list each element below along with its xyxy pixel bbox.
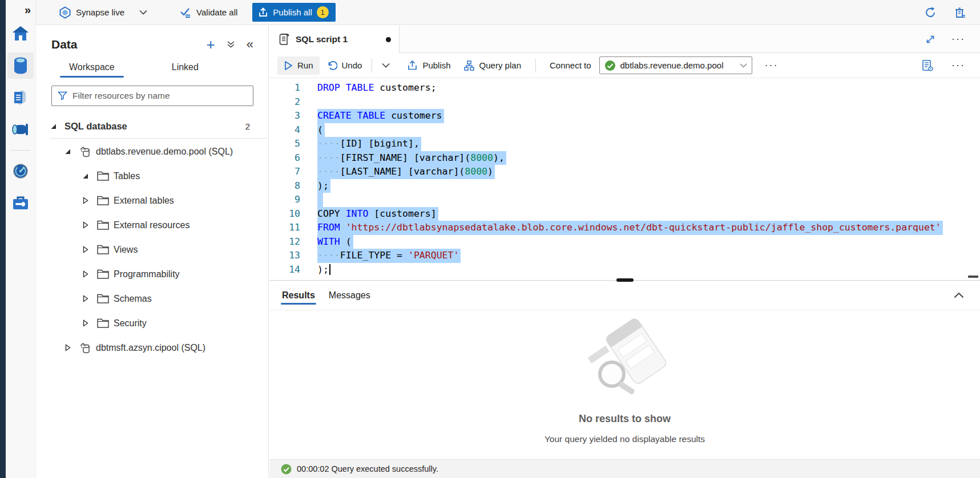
code-line[interactable]: 2: [269, 95, 980, 110]
code-line[interactable]: 12WITH (: [269, 235, 980, 249]
tree-item[interactable]: Programmability: [36, 262, 268, 286]
publish-all-button[interactable]: Publish all 1: [252, 3, 335, 22]
code-line-text: ····FILE_TYPE = 'PARQUET': [317, 249, 461, 263]
collapse-panel-icon[interactable]: «: [247, 37, 253, 52]
publish-count-badge: 1: [317, 6, 329, 18]
filter-resources-input[interactable]: [72, 91, 247, 101]
code-line-text: FROM 'https://dbtlabsynapsedatalake.blob…: [317, 221, 943, 235]
add-icon[interactable]: +: [207, 37, 215, 52]
sidebar-item-monitor[interactable]: [7, 158, 34, 184]
develop-icon: [12, 88, 29, 107]
scrollbar-thumb[interactable]: [968, 276, 978, 278]
undo-dropdown-button[interactable]: [376, 59, 396, 72]
tree-item[interactable]: dbtlabs.revenue.demo.pool (SQL): [36, 139, 268, 164]
properties-icon[interactable]: [921, 59, 934, 72]
tree-item-label: Views: [114, 245, 138, 255]
code-line-text: [317, 193, 323, 207]
tab-messages[interactable]: Messages: [322, 282, 377, 309]
toolbar-more-icon[interactable]: ···: [765, 59, 779, 71]
tree-item[interactable]: dbtmsft.azsyn.cipool (SQL): [36, 335, 268, 360]
collapse-all-icon[interactable]: [227, 40, 235, 48]
sidebar-item-manage[interactable]: [7, 190, 34, 216]
sidebar-item-integrate[interactable]: [7, 116, 34, 143]
results-empty-state: No results to show Your query yielded no…: [269, 310, 980, 459]
filter-icon: [58, 91, 67, 100]
tab-workspace[interactable]: Workspace: [68, 58, 116, 78]
empty-results-title: No results to show: [579, 413, 671, 425]
code-line[interactable]: 9: [269, 193, 980, 207]
tab-more-icon[interactable]: ···: [951, 33, 965, 45]
publish-button[interactable]: Publish: [401, 56, 457, 75]
publish-icon: [407, 60, 418, 71]
line-number: 10: [269, 207, 300, 221]
refresh-icon[interactable]: [924, 6, 937, 19]
query-plan-label: Query plan: [479, 60, 521, 70]
tree-item[interactable]: External resources: [36, 213, 268, 237]
filter-resources-field[interactable]: [51, 86, 253, 106]
code-line-text: WITH (: [317, 235, 353, 249]
discard-all-icon[interactable]: [954, 6, 966, 19]
chevron-up-icon[interactable]: [954, 292, 980, 298]
sidebar-item-home[interactable]: [7, 21, 34, 47]
tree-item[interactable]: Security: [36, 311, 268, 335]
sidebar-item-develop[interactable]: [7, 84, 34, 111]
double-chevron-right-icon[interactable]: »: [25, 3, 31, 17]
run-button[interactable]: Run: [277, 56, 320, 75]
unsaved-changes-dot: [386, 37, 391, 42]
expand-editor-icon[interactable]: [925, 34, 935, 44]
code-line[interactable]: 3CREATE TABLE customers: [269, 109, 980, 123]
chevron-collapsed-icon[interactable]: [82, 295, 96, 302]
line-number: 1: [269, 81, 300, 95]
mode-switcher[interactable]: Synapse live: [59, 6, 147, 19]
sql-code-editor[interactable]: 1DROP TABLE customers;23CREATE TABLE cus…: [269, 78, 980, 280]
chevron-expanded-icon[interactable]: [50, 123, 64, 130]
tree-item[interactable]: Views: [36, 237, 268, 262]
tab-linked[interactable]: Linked: [171, 58, 200, 78]
folder-icon: [96, 269, 114, 279]
run-label: Run: [297, 60, 313, 70]
chevron-collapsed-icon[interactable]: [82, 197, 96, 204]
code-line[interactable]: 10COPY INTO [customers]: [269, 207, 980, 221]
chevron-down-icon: [139, 10, 147, 15]
sidebar-item-data[interactable]: [7, 52, 34, 79]
code-line-text: );: [317, 179, 330, 193]
splitter-drag-handle[interactable]: [616, 278, 634, 282]
folder-icon: [96, 293, 114, 304]
query-plan-button[interactable]: Query plan: [457, 56, 527, 75]
validate-all-button[interactable]: Validate all: [179, 7, 237, 18]
code-line[interactable]: 8);: [269, 179, 980, 193]
code-line[interactable]: 14);: [269, 263, 980, 277]
code-line[interactable]: 7····[LAST_NAME] [varchar](8000): [269, 165, 980, 179]
chevron-collapsed-icon[interactable]: [82, 221, 96, 229]
pool-selector[interactable]: dbtlabs.revenue.demo.pool: [599, 56, 752, 74]
chevron-expanded-icon[interactable]: [82, 172, 96, 180]
code-line[interactable]: 11FROM 'https://dbtlabsynapsedatalake.bl…: [269, 221, 980, 235]
editor-toolbar: Run Undo Publish Query plan Con: [269, 53, 980, 78]
chevron-collapsed-icon[interactable]: [82, 246, 96, 253]
chevron-collapsed-icon[interactable]: [64, 344, 79, 351]
chevron-expanded-icon[interactable]: [64, 148, 79, 155]
chevron-collapsed-icon[interactable]: [82, 270, 96, 278]
code-line[interactable]: 13····FILE_TYPE = 'PARQUET': [269, 249, 980, 263]
code-line[interactable]: 6····[FIRST_NAME] [varchar](8000),: [269, 151, 980, 165]
undo-button[interactable]: Undo: [320, 56, 369, 75]
toolbar-separator: [535, 59, 536, 72]
status-message: 00:00:02 Query executed successfully.: [297, 464, 438, 473]
code-line[interactable]: 1DROP TABLE customers;: [269, 81, 980, 95]
code-line[interactable]: 5····[ID] [bigint],: [269, 137, 980, 151]
magnifier-illustration: [576, 318, 674, 410]
tree-item[interactable]: Tables: [36, 164, 268, 188]
tree-item-label: External tables: [114, 196, 174, 206]
folder-icon: [96, 220, 114, 230]
chevron-down-icon: [740, 63, 747, 68]
tree-item[interactable]: Schemas: [36, 286, 268, 311]
editor-more-icon[interactable]: ···: [951, 59, 965, 71]
panel-title: Data: [51, 38, 78, 51]
tab-sql-script-1[interactable]: SQL script 1: [269, 26, 400, 53]
query-plan-icon: [463, 60, 475, 71]
chevron-collapsed-icon[interactable]: [82, 319, 96, 327]
tab-results[interactable]: Results: [275, 282, 322, 309]
tree-item[interactable]: SQL database2: [50, 114, 267, 139]
tree-item[interactable]: External tables: [36, 188, 268, 213]
code-line[interactable]: 4(: [269, 123, 980, 137]
